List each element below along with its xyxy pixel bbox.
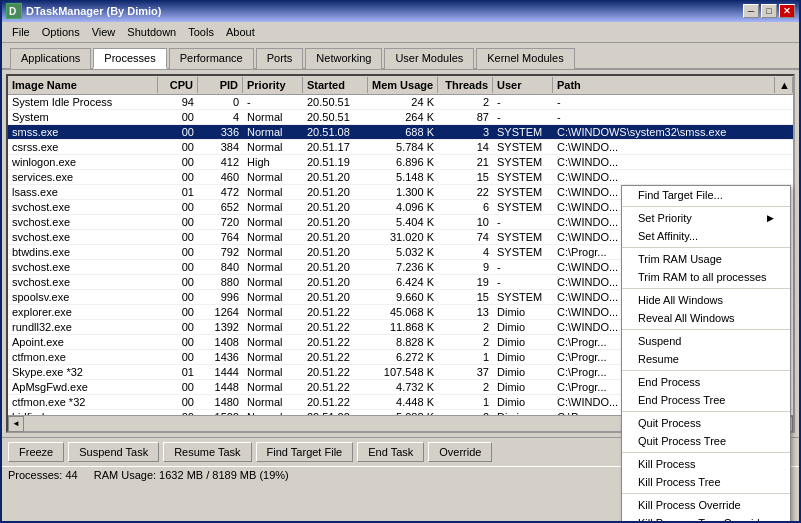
menu-about[interactable]: About <box>220 24 261 40</box>
context-menu-item[interactable]: End Process <box>622 373 790 391</box>
close-button[interactable]: ✕ <box>779 4 795 18</box>
cell-pid: 460 <box>198 170 243 184</box>
context-menu-item-label: Reveal All Windows <box>638 312 735 324</box>
cell-mem: 6.896 K <box>368 155 438 169</box>
cell-mem: 264 K <box>368 110 438 124</box>
app-icon: D <box>6 3 22 19</box>
cell-pid: 1444 <box>198 365 243 379</box>
menu-options[interactable]: Options <box>36 24 86 40</box>
cell-mem: 9.660 K <box>368 290 438 304</box>
cell-priority: Normal <box>243 275 303 289</box>
cell-mem: 5.148 K <box>368 170 438 184</box>
menu-view[interactable]: View <box>86 24 122 40</box>
tab-ports[interactable]: Ports <box>256 48 304 69</box>
cell-threads: 2 <box>438 320 493 334</box>
table-row[interactable]: csrss.exe 00 384 Normal 20.51.17 5.784 K… <box>8 140 793 155</box>
col-header-priority[interactable]: Priority <box>243 77 303 93</box>
tab-kernel-modules[interactable]: Kernel Modules <box>476 48 574 69</box>
cell-user: Dimio <box>493 395 553 409</box>
col-header-name[interactable]: Image Name <box>8 77 158 93</box>
col-header-pid[interactable]: PID <box>198 77 243 93</box>
table-row[interactable]: smss.exe 00 336 Normal 20.51.08 688 K 3 … <box>8 125 793 140</box>
col-header-user[interactable]: User <box>493 77 553 93</box>
context-menu-item-label: Kill Process Tree Override <box>638 517 766 523</box>
cell-priority: Normal <box>243 170 303 184</box>
context-menu-item[interactable]: Resume <box>622 350 790 368</box>
context-menu-item[interactable]: Set Affinity... <box>622 227 790 245</box>
col-header-threads[interactable]: Threads <box>438 77 493 93</box>
context-menu-item[interactable]: Suspend <box>622 332 790 350</box>
menu-file[interactable]: File <box>6 24 36 40</box>
table-row[interactable]: winlogon.exe 00 412 High 20.51.19 6.896 … <box>8 155 793 170</box>
col-header-mem[interactable]: Mem Usage <box>368 77 438 93</box>
cell-user: Dimio <box>493 320 553 334</box>
context-menu-item[interactable]: Hide All Windows <box>622 291 790 309</box>
tab-performance[interactable]: Performance <box>169 48 254 69</box>
cell-mem: 6.272 K <box>368 350 438 364</box>
override-button[interactable]: Override <box>428 442 492 462</box>
minimize-button[interactable]: ─ <box>743 4 759 18</box>
context-menu-item[interactable]: Set Priority▶ <box>622 209 790 227</box>
cell-cpu: 00 <box>158 230 198 244</box>
suspend-task-button[interactable]: Suspend Task <box>68 442 159 462</box>
cell-name: svchost.exe <box>8 275 158 289</box>
tab-processes[interactable]: Processes <box>93 48 166 69</box>
context-menu-separator <box>622 370 790 371</box>
context-menu-item[interactable]: Trim RAM to all processes <box>622 268 790 286</box>
freeze-button[interactable]: Freeze <box>8 442 64 462</box>
cell-name: Skype.exe *32 <box>8 365 158 379</box>
context-menu-separator <box>622 206 790 207</box>
menu-shutdown[interactable]: Shutdown <box>121 24 182 40</box>
context-menu-separator <box>622 329 790 330</box>
cell-threads: 37 <box>438 365 493 379</box>
cell-cpu: 00 <box>158 155 198 169</box>
context-menu-item[interactable]: Quit Process Tree <box>622 432 790 450</box>
col-header-cpu[interactable]: CPU <box>158 77 198 93</box>
cell-name: btwdins.exe <box>8 245 158 259</box>
cell-cpu: 00 <box>158 170 198 184</box>
context-menu-item[interactable]: Reveal All Windows <box>622 309 790 327</box>
col-header-started[interactable]: Started <box>303 77 368 93</box>
cell-threads: 10 <box>438 215 493 229</box>
table-row[interactable]: services.exe 00 460 Normal 20.51.20 5.14… <box>8 170 793 185</box>
context-menu-item[interactable]: Quit Process <box>622 414 790 432</box>
end-task-button[interactable]: End Task <box>357 442 424 462</box>
main-window: D DTaskManager (By Dimio) ─ □ ✕ File Opt… <box>0 0 801 523</box>
cell-cpu: 00 <box>158 245 198 259</box>
table-row[interactable]: System 00 4 Normal 20.50.51 264 K 87 - - <box>8 110 793 125</box>
cell-started: 20.51.22 <box>303 335 368 349</box>
context-menu-item[interactable]: Kill Process Tree Override <box>622 514 790 523</box>
cell-name: svchost.exe <box>8 260 158 274</box>
maximize-button[interactable]: □ <box>761 4 777 18</box>
context-menu-item-label: Kill Process Override <box>638 499 741 511</box>
cell-user: SYSTEM <box>493 170 553 184</box>
context-menu-item[interactable]: Kill Process Tree <box>622 473 790 491</box>
context-menu-item[interactable]: End Process Tree <box>622 391 790 409</box>
cell-pid: 1448 <box>198 380 243 394</box>
context-menu-item[interactable]: Find Target File... <box>622 186 790 204</box>
table-row[interactable]: System Idle Process 94 0 - 20.50.51 24 K… <box>8 95 793 110</box>
col-header-path[interactable]: Path <box>553 77 775 93</box>
hscroll-left-btn[interactable]: ◄ <box>8 416 24 432</box>
cell-cpu: 00 <box>158 200 198 214</box>
cell-started: 20.51.20 <box>303 230 368 244</box>
menu-tools[interactable]: Tools <box>182 24 220 40</box>
resume-task-button[interactable]: Resume Task <box>163 442 251 462</box>
tab-user-modules[interactable]: User Modules <box>384 48 474 69</box>
cell-cpu: 00 <box>158 110 198 124</box>
cell-path: C:\WINDOWS\system32\smss.exe <box>553 125 793 139</box>
cell-mem: 4.096 K <box>368 200 438 214</box>
cell-user: SYSTEM <box>493 185 553 199</box>
cell-priority: Normal <box>243 200 303 214</box>
tab-applications[interactable]: Applications <box>10 48 91 69</box>
cell-cpu: 00 <box>158 320 198 334</box>
context-menu-item-label: Kill Process <box>638 458 695 470</box>
context-menu-item[interactable]: Kill Process Override <box>622 496 790 514</box>
cell-name: winlogon.exe <box>8 155 158 169</box>
context-menu-item[interactable]: Trim RAM Usage <box>622 250 790 268</box>
cell-pid: 1408 <box>198 335 243 349</box>
tab-networking[interactable]: Networking <box>305 48 382 69</box>
cell-pid: 4 <box>198 110 243 124</box>
find-target-button[interactable]: Find Target File <box>256 442 354 462</box>
context-menu-item[interactable]: Kill Process <box>622 455 790 473</box>
